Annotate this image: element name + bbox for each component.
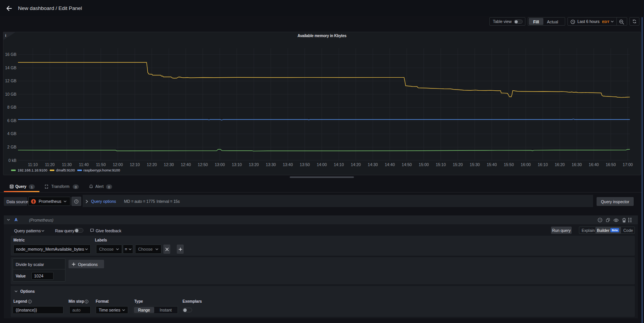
svg-text:12:20: 12:20 xyxy=(147,162,157,167)
svg-text:16 GB: 16 GB xyxy=(5,52,16,57)
svg-text:12:30: 12:30 xyxy=(164,162,174,167)
svg-text:12:40: 12:40 xyxy=(181,162,191,167)
svg-text:13:50: 13:50 xyxy=(300,162,310,167)
svg-text:14:30: 14:30 xyxy=(368,162,378,167)
svg-text:14:40: 14:40 xyxy=(385,162,395,167)
svg-text:12:00: 12:00 xyxy=(113,162,123,167)
svg-text:14:50: 14:50 xyxy=(402,162,412,167)
svg-text:15:50: 15:50 xyxy=(504,162,514,167)
svg-text:13:00: 13:00 xyxy=(215,162,225,167)
svg-text:14:00: 14:00 xyxy=(317,162,327,167)
svg-text:15:30: 15:30 xyxy=(470,162,480,167)
svg-text:16:30: 16:30 xyxy=(572,162,582,167)
svg-text:2 GB: 2 GB xyxy=(7,145,16,149)
svg-text:4 GB: 4 GB xyxy=(7,131,16,136)
svg-text:13:20: 13:20 xyxy=(249,162,259,167)
svg-text:16:20: 16:20 xyxy=(555,162,565,167)
svg-text:11:40: 11:40 xyxy=(79,162,89,167)
svg-text:11:20: 11:20 xyxy=(45,162,55,167)
svg-text:12 GB: 12 GB xyxy=(5,78,16,83)
svg-text:12:50: 12:50 xyxy=(198,162,208,167)
svg-text:?: ? xyxy=(599,219,601,222)
svg-text:14:20: 14:20 xyxy=(351,162,361,167)
svg-text:11:30: 11:30 xyxy=(62,162,72,167)
svg-text:13:30: 13:30 xyxy=(266,162,276,167)
svg-text:16:40: 16:40 xyxy=(589,162,599,167)
svg-text:17:00: 17:00 xyxy=(623,162,633,167)
svg-text:16:50: 16:50 xyxy=(606,162,616,167)
svg-text:6 GB: 6 GB xyxy=(7,118,16,123)
svg-text:10 GB: 10 GB xyxy=(5,92,16,96)
svg-text:?: ? xyxy=(76,200,77,203)
svg-text:15:00: 15:00 xyxy=(419,162,429,167)
svg-text:14 GB: 14 GB xyxy=(5,65,16,70)
svg-text:15:10: 15:10 xyxy=(436,162,446,167)
svg-text:8 GB: 8 GB xyxy=(7,105,16,109)
svg-text:0 kB: 0 kB xyxy=(8,158,16,163)
svg-text:11:10: 11:10 xyxy=(28,162,38,167)
svg-text:16:00: 16:00 xyxy=(521,162,531,167)
svg-text:13:40: 13:40 xyxy=(283,162,293,167)
svg-text:15:20: 15:20 xyxy=(453,162,463,167)
svg-text:15:40: 15:40 xyxy=(487,162,497,167)
svg-text:13:10: 13:10 xyxy=(232,162,242,167)
svg-text:16:10: 16:10 xyxy=(538,162,548,167)
svg-text:11:50: 11:50 xyxy=(96,162,106,167)
svg-text:12:10: 12:10 xyxy=(130,162,140,167)
svg-text:14:10: 14:10 xyxy=(334,162,344,167)
